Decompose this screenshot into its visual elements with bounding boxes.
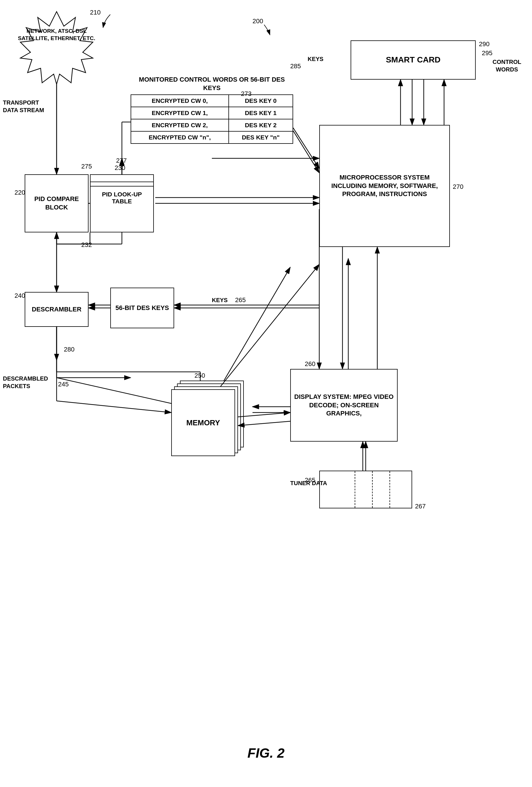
ref-265-keys: 265 <box>235 296 246 304</box>
svg-line-5 <box>293 131 319 173</box>
keys-285-label: KEYS <box>308 55 323 63</box>
descrambler-label: DESCRAMBLER <box>31 305 81 314</box>
ref-230: 230 <box>115 164 125 172</box>
svg-line-47 <box>238 421 290 426</box>
cw-cell: ENCRYPTED CW 1, <box>131 107 229 119</box>
cw-cell: ENCRYPTED CW 2, <box>131 119 229 131</box>
table-row: ENCRYPTED CW "n", DES KEY "n" <box>131 131 293 144</box>
tuner-data-box <box>319 471 412 508</box>
key-cell: DES KEY 1 <box>229 107 293 119</box>
table-row: ENCRYPTED CW 0, DES KEY 0 <box>131 95 293 107</box>
cw-cell: ENCRYPTED CW "n", <box>131 131 229 144</box>
descrambler-box: DESCRAMBLER <box>25 292 89 327</box>
smart-card-box: SMART CARD <box>351 40 476 80</box>
keys-265-label: KEYS <box>212 296 227 304</box>
table-row: ENCRYPTED CW 1, DES KEY 1 <box>131 107 293 119</box>
cw-title: MONITORED CONTROL WORDS OR 56-BIT DES KE… <box>131 76 293 92</box>
pid-compare-box: PID COMPARE BLOCK <box>25 174 89 232</box>
table-row: ENCRYPTED CW 2, DES KEY 2 <box>131 119 293 131</box>
key-cell: DES KEY 0 <box>229 95 293 107</box>
ref-270: 270 <box>453 183 464 191</box>
ref-275: 275 <box>81 163 92 170</box>
cw-table-container: MONITORED CONTROL WORDS OR 56-BIT DES KE… <box>131 76 293 144</box>
fig-label: FIG. 2 <box>248 745 285 761</box>
network-label: NETWORK, ATSC, DSL SATELLITE, ETHERNET, … <box>15 27 99 42</box>
svg-marker-28 <box>20 12 93 84</box>
ref-250: 250 <box>195 372 205 379</box>
pid-lut-label: PID LOOK-UP TABLE <box>91 189 153 206</box>
svg-line-48 <box>221 264 319 386</box>
svg-line-27 <box>221 267 290 386</box>
memory-label: MEMORY <box>186 418 220 427</box>
ref210-arrow <box>99 12 113 29</box>
ref-277: 277 <box>116 157 127 165</box>
cw-table: ENCRYPTED CW 0, DES KEY 0 ENCRYPTED CW 1… <box>131 94 293 144</box>
des-keys-label: 56-BIT DES KEYS <box>115 304 169 312</box>
svg-line-45 <box>57 401 171 412</box>
ref-220: 220 <box>15 189 25 196</box>
ref-285: 285 <box>290 62 301 70</box>
ref-280: 280 <box>64 346 74 353</box>
key-cell: DES KEY 2 <box>229 119 293 131</box>
svg-line-10 <box>57 378 186 407</box>
ref200-arrow <box>261 22 276 36</box>
pid-lut-box: PID LOOK-UP TABLE <box>90 174 154 232</box>
ref-295: 295 <box>482 49 492 57</box>
ref-232: 232 <box>81 241 92 249</box>
descrambled-packets-label: DESCRAMBLED PACKETS <box>3 375 58 390</box>
microprocessor-label: MICROPROCESSOR SYSTEM INCLUDING MEMORY, … <box>320 171 449 201</box>
ref-245: 245 <box>58 381 69 388</box>
display-box: DISPLAY SYSTEM: MPEG VIDEO DECODE; ON-SC… <box>290 369 398 442</box>
ref-273: 273 <box>241 90 252 98</box>
ref-265-tuner: 265 <box>305 476 315 484</box>
key-cell: DES KEY "n" <box>229 131 293 144</box>
control-words-label: CONTROL WORDS <box>482 58 532 73</box>
ref-260: 260 <box>305 360 315 368</box>
microprocessor-box: MICROPROCESSOR SYSTEM INCLUDING MEMORY, … <box>319 125 450 247</box>
diagram: NETWORK, ATSC, DSL SATELLITE, ETHERNET, … <box>0 0 532 787</box>
svg-line-46 <box>238 412 290 417</box>
cw-cell: ENCRYPTED CW 0, <box>131 95 229 107</box>
transport-data-label: TRANSPORT DATA STREAM <box>3 99 49 114</box>
display-label: DISPLAY SYSTEM: MPEG VIDEO DECODE; ON-SC… <box>291 393 397 418</box>
ref-240: 240 <box>15 292 25 299</box>
ref-290: 290 <box>479 40 490 48</box>
ref-267: 267 <box>415 503 426 510</box>
svg-line-35 <box>293 128 319 169</box>
smart-card-label: SMART CARD <box>386 55 440 65</box>
pid-compare-label: PID COMPARE BLOCK <box>25 195 88 212</box>
network-cloud <box>9 9 105 87</box>
des-keys-box: 56-BIT DES KEYS <box>110 288 174 328</box>
